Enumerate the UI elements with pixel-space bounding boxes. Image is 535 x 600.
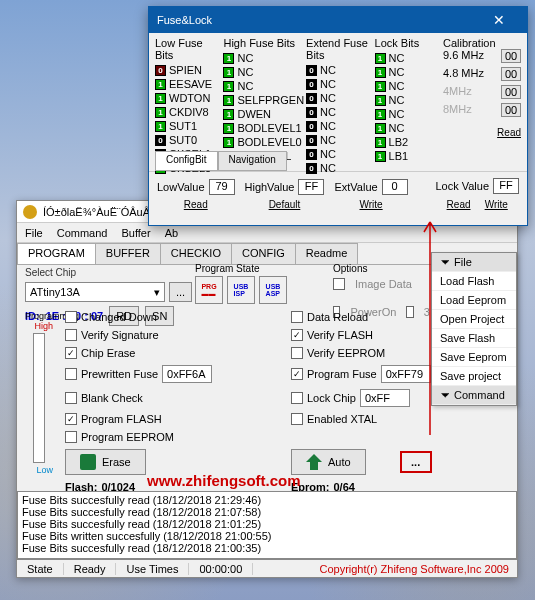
data-reload-label: Data Reload — [307, 311, 368, 323]
program-eeprom-checkbox[interactable] — [65, 431, 77, 443]
bit-indicator: 1 — [375, 95, 386, 106]
menu-save-flash[interactable]: Save Flash — [432, 329, 516, 348]
chip-erase-label: Chip Erase — [81, 347, 135, 359]
enabled-xtal-checkbox[interactable] — [291, 413, 303, 425]
close-button[interactable]: ✕ — [479, 9, 519, 31]
lock-read-link[interactable]: Read — [447, 199, 471, 210]
navigation-tab[interactable]: Navigation — [218, 151, 287, 171]
tab-config[interactable]: CONFIG — [231, 243, 296, 264]
prewritten-fuse-input[interactable]: 0xFF6A — [162, 365, 212, 383]
verify-flash-checkbox[interactable] — [291, 329, 303, 341]
calib-value: 00 — [501, 67, 521, 81]
fuse-bit-row[interactable]: 1CKDIV8 — [155, 105, 221, 119]
verify-eeprom-checkbox[interactable] — [291, 347, 303, 359]
fuse-bit-row[interactable]: 1DWEN — [223, 107, 304, 121]
verify-sig-checkbox[interactable] — [65, 329, 77, 341]
fuse-bit-row[interactable]: 0NC — [306, 105, 372, 119]
tab-readme[interactable]: Readme — [295, 243, 359, 264]
extvalue-label: ExtValue — [334, 181, 377, 193]
fuse-bit-row[interactable]: 1SUT1 — [155, 119, 221, 133]
tab-checkio[interactable]: CHECKIO — [160, 243, 232, 264]
image-data-checkbox[interactable] — [333, 278, 345, 290]
fuse-bit-row[interactable]: 1NC — [375, 51, 441, 65]
chip-erase-checkbox[interactable] — [65, 347, 77, 359]
fuse-bit-row[interactable]: 1NC — [223, 65, 304, 79]
menu-open-project[interactable]: Open Project — [432, 310, 516, 329]
program-flash-checkbox[interactable] — [65, 413, 77, 425]
tab-program[interactable]: PROGRAM — [17, 243, 96, 264]
verify-eeprom-label: Verify EEPROM — [307, 347, 385, 359]
tab-buffer[interactable]: BUFFER — [95, 243, 161, 264]
calib-freq: 8MHz — [443, 103, 472, 117]
log-panel[interactable]: Fuse Bits succesfully read (18/12/2018 2… — [17, 491, 517, 559]
bit-indicator: 1 — [375, 123, 386, 134]
fuse-bit-row[interactable]: 0NC — [306, 161, 372, 175]
usb-icon[interactable]: USBISP — [227, 276, 255, 304]
menu-load-flash[interactable]: Load Flash — [432, 272, 516, 291]
program-fuse-checkbox[interactable] — [291, 368, 303, 380]
fuse-default-link[interactable]: Default — [269, 199, 301, 210]
fuse-bit-row[interactable]: 0NC — [306, 119, 372, 133]
fuse-read-link[interactable]: Read — [184, 199, 208, 210]
bit-name: NC — [320, 162, 336, 174]
bit-indicator: 0 — [306, 135, 317, 146]
fuse-bit-row[interactable]: 1NC — [375, 65, 441, 79]
image-data-label: Image Data — [355, 278, 412, 290]
fuse-bit-row[interactable]: 0NC — [306, 133, 372, 147]
extvalue-input[interactable]: 0 — [382, 179, 408, 195]
fuse-bit-row[interactable]: 1NC — [223, 51, 304, 65]
menu-save-project[interactable]: Save project — [432, 367, 516, 386]
fuse-titlebar[interactable]: Fuse&Lock ✕ — [149, 7, 527, 33]
menu-load-eeprom[interactable]: Load Eeprom — [432, 291, 516, 310]
blank-check-checkbox[interactable] — [65, 392, 77, 404]
fuse-bit-row[interactable]: 1WDTON — [155, 91, 221, 105]
data-reload-checkbox[interactable] — [291, 311, 303, 323]
fuse-bit-row[interactable]: 1SELFPRGEN — [223, 93, 304, 107]
lock-write-link[interactable]: Write — [485, 199, 508, 210]
chip-dropdown[interactable]: ATtiny13A ▾ — [25, 282, 165, 302]
bit-name: NC — [320, 134, 336, 146]
fuse-bit-row[interactable]: 1EESAVE — [155, 77, 221, 91]
fuse-bit-row[interactable]: 1NC — [375, 93, 441, 107]
bit-name: NC — [320, 64, 336, 76]
programming-label: Programming — [25, 311, 53, 321]
menu-file[interactable]: File — [25, 227, 43, 239]
auto-button[interactable]: Auto — [291, 449, 366, 475]
fuse-bit-row[interactable]: 1NC — [223, 79, 304, 93]
prg-icon[interactable]: PRG▬▬ — [195, 276, 223, 304]
fuse-bit-row[interactable]: 0NC — [306, 77, 372, 91]
fuse-bit-row[interactable]: 1LB2 — [375, 135, 441, 149]
calib-read-link[interactable]: Read — [443, 127, 521, 138]
menu-buffer[interactable]: Buffer — [121, 227, 150, 239]
changed-down-checkbox[interactable] — [65, 311, 77, 323]
fuse-write-link[interactable]: Write — [359, 199, 382, 210]
configbit-tab[interactable]: ConfigBit — [155, 151, 218, 171]
lowvalue-input[interactable]: 79 — [209, 179, 235, 195]
asp-icon[interactable]: USBASP — [259, 276, 287, 304]
calib-freq: 4MHz — [443, 85, 472, 99]
status-ready: Ready — [64, 563, 117, 575]
fuse-bit-row[interactable]: 0NC — [306, 147, 372, 161]
fuse-bit-row[interactable]: 0SPIEN — [155, 63, 221, 77]
fuse-bit-row[interactable]: 1BODLEVEL1 — [223, 121, 304, 135]
menu-command[interactable]: Command — [57, 227, 108, 239]
fuse-bit-row[interactable]: 0NC — [306, 91, 372, 105]
program-fuse-input[interactable]: 0xFF79 — [381, 365, 431, 383]
lock-chip-checkbox[interactable] — [291, 392, 303, 404]
menu-about[interactable]: Ab — [165, 227, 178, 239]
fuse-bit-row[interactable]: 0NC — [306, 63, 372, 77]
chip-browse-button[interactable]: ... — [169, 282, 192, 302]
fuse-bit-row[interactable]: 0SUT0 — [155, 133, 221, 147]
highvalue-input[interactable]: FF — [298, 179, 324, 195]
fuse-bit-row[interactable]: 1NC — [375, 107, 441, 121]
fuse-bit-row[interactable]: 1NC — [375, 121, 441, 135]
lockvalue-input[interactable]: FF — [493, 178, 519, 194]
erase-button[interactable]: Erase — [65, 449, 146, 475]
lock-chip-input[interactable]: 0xFF — [360, 389, 410, 407]
menu-save-eeprom[interactable]: Save Eeprom — [432, 348, 516, 367]
ellipsis-button[interactable]: ... — [400, 451, 432, 473]
fuse-bit-row[interactable]: 1NC — [375, 79, 441, 93]
prewritten-fuse-checkbox[interactable] — [65, 368, 77, 380]
fuse-bit-row[interactable]: 1BODLEVEL0 — [223, 135, 304, 149]
fuse-bit-row[interactable]: 1LB1 — [375, 149, 441, 163]
